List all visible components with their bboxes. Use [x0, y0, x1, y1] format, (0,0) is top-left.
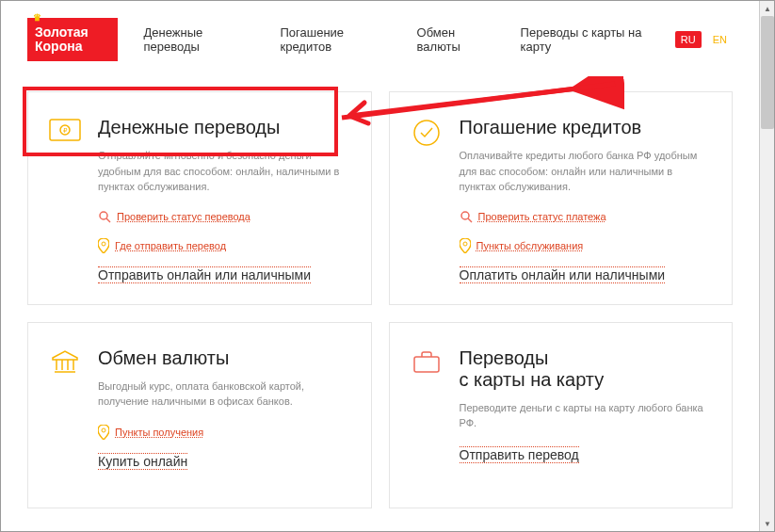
language-switch: RU EN — [675, 31, 733, 48]
card-card2card-title: Переводы с карты на карту — [460, 347, 712, 391]
card-exchange-title: Обмен валюты — [98, 347, 350, 369]
pin-icon — [98, 425, 109, 440]
svg-rect-16 — [414, 357, 439, 372]
scroll-thumb[interactable] — [761, 16, 774, 129]
nav-transfers[interactable]: Денежные переводы — [144, 25, 262, 54]
card-loans-desc: Оплачивайте кредиты любого банка РФ удоб… — [460, 148, 712, 195]
lang-en[interactable]: EN — [707, 31, 733, 48]
card-transfers-desc: Отправляйте мгновенно и безопасно деньги… — [98, 148, 350, 195]
card-exchange-desc: Выгодный курс, оплата банковской картой,… — [98, 379, 350, 410]
scroll-down-icon[interactable]: ▼ — [760, 516, 775, 531]
main-nav: Денежные переводы Погашение кредитов Обм… — [144, 25, 675, 54]
svg-point-9 — [463, 242, 467, 246]
loans-cta[interactable]: Оплатить онлайн или наличными — [460, 266, 666, 282]
search-icon — [98, 210, 111, 223]
card-loans-title: Погашение кредитов — [460, 117, 712, 138]
loans-link-points[interactable]: Пункты обслуживания — [476, 240, 584, 251]
check-circle-icon — [411, 119, 443, 145]
card-transfers-title: Денежные переводы — [98, 117, 350, 138]
pin-icon — [98, 238, 109, 253]
transfers-cta[interactable]: Отправить онлайн или наличными — [98, 266, 311, 282]
card-exchange[interactable]: Обмен валюты Выгодный курс, оплата банко… — [27, 322, 372, 508]
briefcase-icon — [411, 349, 443, 376]
nav-exchange[interactable]: Обмен валюты — [417, 25, 502, 54]
logo-line2: Корона — [35, 40, 118, 54]
bank-icon — [49, 349, 81, 376]
svg-line-4 — [106, 218, 110, 222]
transfers-link-where[interactable]: Где отправить перевод — [115, 240, 226, 251]
crown-icon: ♛ — [33, 12, 41, 23]
header: ♛ Золотая Корона Денежные переводы Погаш… — [27, 18, 733, 61]
transfers-link-status[interactable]: Проверить статус перевода — [117, 211, 250, 222]
lang-ru[interactable]: RU — [675, 31, 702, 48]
svg-line-8 — [468, 218, 472, 222]
money-icon: ₽ — [49, 119, 81, 145]
vertical-scrollbar[interactable]: ▲ ▼ — [759, 1, 774, 531]
svg-text:₽: ₽ — [63, 127, 68, 134]
svg-point-15 — [102, 428, 105, 432]
card2card-cta[interactable]: Отправить перевод — [460, 446, 579, 462]
svg-point-3 — [100, 212, 107, 219]
card-card2card[interactable]: Переводы с карты на карту Переводите ден… — [389, 322, 734, 508]
card-transfers[interactable]: ₽ Денежные переводы Отправляйте мгновенн… — [27, 91, 372, 305]
exchange-link-points[interactable]: Пункты получения — [115, 427, 203, 438]
card-loans[interactable]: Погашение кредитов Оплачивайте кредиты л… — [389, 91, 734, 305]
logo[interactable]: ♛ Золотая Корона — [27, 18, 118, 61]
nav-loans[interactable]: Погашение кредитов — [280, 25, 397, 54]
exchange-cta[interactable]: Купить онлайн — [98, 453, 187, 469]
search-icon — [460, 210, 473, 223]
logo-line1: Золотая — [35, 25, 118, 40]
cards-grid: ₽ Денежные переводы Отправляйте мгновенн… — [27, 91, 733, 508]
svg-point-6 — [414, 121, 439, 145]
svg-point-5 — [102, 242, 105, 246]
nav-card2card[interactable]: Переводы с карты на карту — [521, 25, 675, 54]
card-card2card-desc: Переводите деньги с карты на карту любог… — [460, 400, 712, 431]
loans-link-status[interactable]: Проверить статус платежа — [478, 211, 606, 222]
pin-icon — [460, 238, 471, 253]
scroll-up-icon[interactable]: ▲ — [760, 1, 775, 16]
svg-point-7 — [461, 212, 469, 219]
